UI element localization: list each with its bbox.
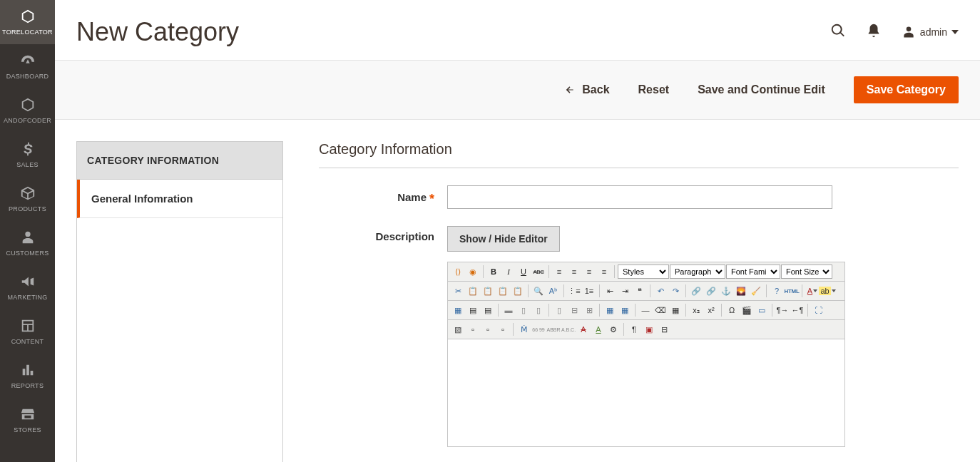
back-button[interactable]: Back — [563, 83, 609, 96]
align-left-icon[interactable]: ≡ — [552, 265, 566, 279]
remove-format-icon[interactable]: ⌫ — [653, 303, 668, 317]
bold-icon[interactable]: B — [486, 265, 501, 279]
fullscreen-icon[interactable]: ⛶ — [811, 303, 825, 317]
paste-word-icon[interactable]: 📋 — [511, 284, 525, 298]
category-info-panel: CATEGORY INFORMATION General Infomration — [76, 141, 283, 462]
wysiwyg-editor: ⟨⟩ ◉ B I U ABC ≡ ≡ ≡ ≡ — [447, 262, 845, 447]
merge-cell-icon[interactable]: ⊞ — [582, 303, 596, 317]
text-color-icon[interactable]: A — [805, 284, 820, 298]
editor-toolbar-row-2: ✂ 📋 📋 📋 📋 🔍 Aᵇ ⋮≡ 1≡ ⇤ — [448, 282, 844, 301]
clean-icon[interactable]: 🧹 — [749, 284, 763, 298]
special-char-icon[interactable]: Ω — [725, 303, 739, 317]
undo-icon[interactable]: ↶ — [653, 284, 668, 298]
gauge-icon — [20, 53, 36, 70]
blockquote-icon[interactable]: ❝ — [633, 284, 647, 298]
attributes-icon[interactable]: ⚙ — [606, 322, 621, 337]
unlink-icon[interactable]: 🔗 — [704, 284, 718, 298]
paste-icon[interactable]: 📋 — [481, 284, 495, 298]
template-icon[interactable]: ⊟ — [657, 322, 671, 337]
acronym-icon[interactable]: A.B.C. — [561, 322, 576, 337]
row-after-icon[interactable]: ▤ — [481, 303, 495, 317]
italic-icon[interactable]: I — [501, 265, 516, 279]
split-cell-icon[interactable]: ⊟ — [567, 303, 581, 317]
save-category-button[interactable]: Save Category — [854, 76, 959, 103]
sidebar-item-sales[interactable]: SALES — [0, 133, 55, 177]
html-icon[interactable]: HTML — [785, 284, 799, 298]
col-after-icon[interactable]: ▯ — [531, 303, 546, 317]
rtl-icon[interactable]: ←¶ — [790, 303, 805, 317]
nbsp-icon[interactable]: ▣ — [642, 322, 656, 337]
page-break-icon[interactable]: ▭ — [755, 303, 769, 317]
name-input[interactable] — [447, 185, 832, 209]
bullet-list-icon[interactable]: ⋮≡ — [567, 284, 581, 298]
sidebar-item-content[interactable]: CONTENT — [0, 309, 55, 354]
col-before-icon[interactable]: ▯ — [516, 303, 531, 317]
cut-icon[interactable]: ✂ — [451, 284, 465, 298]
media-icon[interactable]: 🎬 — [740, 303, 754, 317]
bell-icon[interactable] — [866, 23, 882, 41]
tab-general-information[interactable]: General Infomration — [77, 180, 282, 218]
font-size-select[interactable]: Font Size — [781, 265, 832, 279]
save-continue-button[interactable]: Save and Continue Edit — [698, 83, 825, 96]
style-props-icon[interactable]: Ṁ — [516, 322, 531, 337]
number-list-icon[interactable]: 1≡ — [582, 284, 596, 298]
sidebar-item-reports[interactable]: REPORTS — [0, 354, 55, 398]
sidebar-item-dashboard[interactable]: DASHBOARD — [0, 44, 55, 88]
del-icon[interactable]: A — [576, 322, 591, 337]
magento-icon[interactable]: ◉ — [466, 265, 480, 279]
search-icon[interactable] — [830, 23, 846, 41]
sidebar-item-customers[interactable]: CUSTOMERS — [0, 221, 55, 265]
abbr-icon[interactable]: ABBR — [546, 322, 561, 337]
layer-forward-icon[interactable]: ▫ — [466, 322, 480, 337]
delete-row-icon[interactable]: ▬ — [501, 303, 516, 317]
layer-abs-icon[interactable]: ▫ — [496, 322, 510, 337]
sidebar-item-stores[interactable]: STORES — [0, 398, 55, 442]
source-icon[interactable]: ⟨⟩ — [451, 265, 465, 279]
sidebar-item-landofcoder[interactable]: ANDOFCODER — [0, 88, 55, 133]
delete-col-icon[interactable]: ▯ — [552, 303, 566, 317]
redo-icon[interactable]: ↷ — [668, 284, 683, 298]
editor-body[interactable] — [448, 339, 844, 446]
bg-color-icon[interactable]: ab — [820, 284, 834, 298]
outdent-icon[interactable]: ⇤ — [603, 284, 617, 298]
table-icon[interactable]: ▦ — [451, 303, 465, 317]
ltr-icon[interactable]: ¶→ — [775, 303, 790, 317]
sidebar-item-marketing[interactable]: MARKETING — [0, 265, 55, 309]
align-center-icon[interactable]: ≡ — [567, 265, 581, 279]
section-title: Category Information — [319, 141, 959, 168]
paste-text-icon[interactable]: 📋 — [496, 284, 510, 298]
anchor-icon[interactable]: ⚓ — [719, 284, 733, 298]
styles-select[interactable]: Styles — [618, 265, 669, 279]
subscript-icon[interactable]: x₂ — [689, 303, 703, 317]
cell-props-icon[interactable]: ▦ — [618, 303, 632, 317]
sidebar-item-storelocator[interactable]: TORELOCATOR — [0, 0, 55, 44]
reset-button[interactable]: Reset — [638, 83, 670, 96]
user-menu[interactable]: admin — [902, 25, 959, 39]
row-props-icon[interactable]: ▦ — [603, 303, 617, 317]
layer-back-icon[interactable]: ▫ — [481, 322, 495, 337]
visual-aid-icon[interactable]: ▦ — [668, 303, 683, 317]
strikethrough-icon[interactable]: ABC — [531, 265, 546, 279]
sidebar-item-products[interactable]: PRODUCTS — [0, 177, 55, 221]
copy-icon[interactable]: 📋 — [466, 284, 480, 298]
layer-icon[interactable]: ▧ — [451, 322, 465, 337]
find-icon[interactable]: 🔍 — [531, 284, 546, 298]
cite-icon[interactable]: 66 99 — [531, 322, 546, 337]
underline-icon[interactable]: U — [516, 265, 531, 279]
hr-icon[interactable]: — — [638, 303, 653, 317]
superscript-icon[interactable]: x² — [704, 303, 718, 317]
paragraph-select[interactable]: Paragraph — [670, 265, 725, 279]
indent-icon[interactable]: ⇥ — [618, 284, 632, 298]
align-justify-icon[interactable]: ≡ — [597, 265, 611, 279]
font-family-select[interactable]: Font Family — [726, 265, 780, 279]
link-icon[interactable]: 🔗 — [689, 284, 703, 298]
align-right-icon[interactable]: ≡ — [582, 265, 596, 279]
ins-icon[interactable]: A — [591, 322, 606, 337]
actions-bar: Back Reset Save and Continue Edit Save C… — [55, 60, 980, 120]
replace-icon[interactable]: Aᵇ — [546, 284, 561, 298]
row-before-icon[interactable]: ▤ — [466, 303, 480, 317]
help-icon[interactable]: ? — [770, 284, 784, 298]
toggle-editor-button[interactable]: Show / Hide Editor — [447, 226, 560, 252]
visual-chars-icon[interactable]: ¶ — [627, 322, 641, 337]
image-icon[interactable]: 🌄 — [734, 284, 748, 298]
